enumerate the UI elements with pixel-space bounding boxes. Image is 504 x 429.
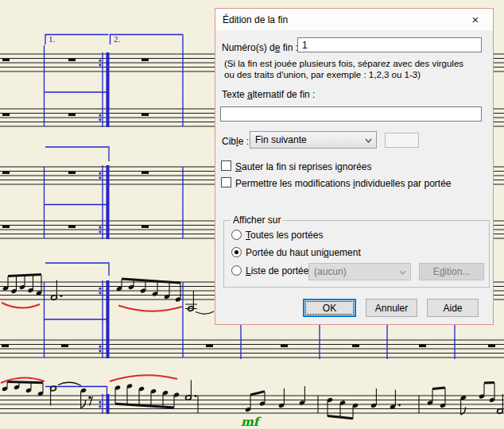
ending-edit-dialog: Édition de la fin × Numéro(s) de fin : (…	[215, 8, 494, 325]
alt-text-input[interactable]	[220, 106, 482, 122]
ending-number-input[interactable]	[297, 37, 482, 52]
skip-ending-label[interactable]: Sauter la fin si reprises ignorées	[235, 161, 371, 172]
ok-button[interactable]: OK	[303, 299, 356, 317]
display-on-group-title: Afficher sur	[231, 214, 283, 226]
target-select[interactable]: Fin suivante	[250, 131, 377, 149]
individual-changes-checkbox[interactable]	[221, 177, 231, 187]
volta-1-label[interactable]: 1.	[48, 34, 56, 44]
ending-number-label: Numéro(s) de fin :	[222, 42, 298, 53]
target-select-value: Fin suivante	[255, 134, 307, 145]
radio-all-staves-label[interactable]: Toutes les portées	[246, 230, 323, 241]
dialog-titlebar[interactable]: Édition de la fin ×	[215, 9, 493, 30]
radio-all-staves[interactable]	[231, 230, 242, 240]
staff-list-select: (aucun)	[308, 263, 411, 280]
individual-changes-label[interactable]: Permettre les modifications individuelle…	[235, 178, 451, 189]
close-icon[interactable]: ×	[458, 9, 493, 30]
skip-ending-checkbox[interactable]	[221, 160, 231, 171]
radio-staff-list[interactable]	[231, 265, 242, 276]
help-text-line1: (Si la fin est jouée plusieurs fois, sép…	[224, 59, 463, 68]
staff-list-select-value: (aucun)	[314, 266, 347, 277]
target-extra-field	[385, 133, 419, 148]
chevron-down-icon	[399, 266, 406, 277]
cancel-button[interactable]: Annuler	[366, 299, 417, 317]
help-text-line2: ou des traits d'union, par exemple : 1,2…	[224, 70, 421, 79]
target-label: Cible :	[222, 136, 249, 147]
slurs	[1, 303, 182, 383]
volta-2-label[interactable]: 2.	[114, 34, 121, 44]
radio-top-staff-only-label[interactable]: Portée du haut uniquement	[246, 247, 361, 258]
dynamic-mf[interactable]: mf	[241, 415, 262, 429]
chevron-down-icon	[365, 134, 372, 145]
radio-top-staff-only[interactable]	[231, 247, 242, 257]
edit-staff-list-button: Edition...	[419, 263, 484, 280]
alt-text-label: Texte alternatif de fin :	[222, 89, 315, 100]
dialog-title: Édition de la fin	[215, 14, 458, 25]
help-button[interactable]: Aide	[427, 299, 479, 317]
